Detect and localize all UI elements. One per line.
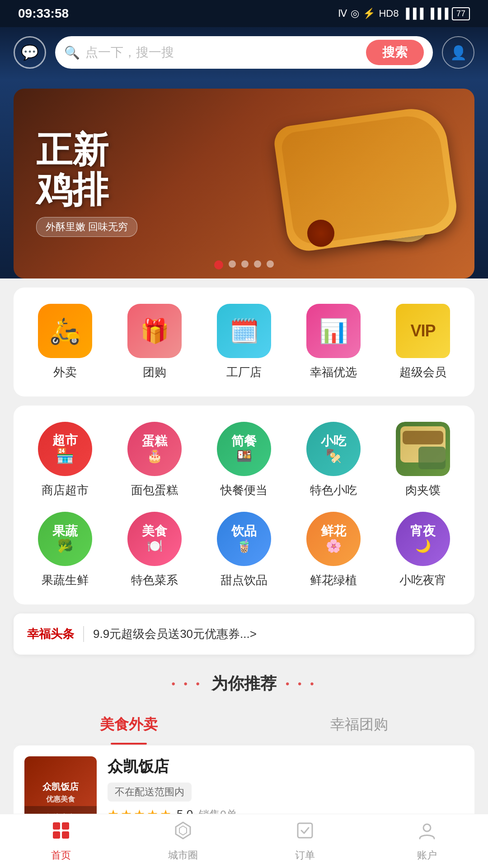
nav-home[interactable]: 首页 xyxy=(0,821,122,862)
chat-icon[interactable]: 💬 xyxy=(14,36,46,69)
food-cat-fast-icon: 简餐 🍱 xyxy=(217,422,271,476)
cat-tuangou[interactable]: 🎁 团购 xyxy=(112,304,197,380)
cat-gongchang-label: 工厂店 xyxy=(226,364,262,380)
svg-rect-1 xyxy=(62,822,69,830)
tab-food[interactable]: 美食外卖 xyxy=(14,706,244,744)
food-cat-fast[interactable]: 简餐 🍱 快餐便当 xyxy=(202,422,286,498)
food-cat-supermarket-label: 商店超市 xyxy=(42,482,89,498)
header: 💬 🔍 点一下，搜一搜 搜索 👤 xyxy=(0,27,488,80)
food-cat-roujiamo-label: 肉夹馍 xyxy=(405,482,441,498)
food-cat-drink-label: 甜点饮品 xyxy=(221,572,267,588)
banner-food-image xyxy=(239,89,474,278)
dot-2[interactable] xyxy=(229,260,236,268)
banner-container: 正新 鸡排 外酥里嫩 回味无穷 xyxy=(0,80,488,278)
food-cat-night-icon: 宵夜 🌙 xyxy=(396,512,450,566)
food-cat-flower-label: 鲜花绿植 xyxy=(310,572,357,588)
food-cat-roujiamo[interactable]: 肉夹馍 xyxy=(380,422,465,498)
cat-youxuan-icon: 📊 xyxy=(306,304,361,358)
search-bar[interactable]: 🔍 点一下，搜一搜 搜索 xyxy=(55,36,433,69)
cat-waimai-icon: 🛵 xyxy=(38,304,92,358)
food-cat-snack-label: 特色小吃 xyxy=(310,482,357,498)
food-cat-drink[interactable]: 饮品 🧋 甜点饮品 xyxy=(202,512,286,588)
cat-gongchang[interactable]: 🗓️ 工厂店 xyxy=(202,304,286,380)
status-icons: Ⅳ ◎ ⚡ HD8 ▐▐▐ ▐▐▐ 77 xyxy=(338,7,470,20)
dot-1[interactable] xyxy=(214,260,223,269)
food-cat-drink-icon: 饮品 🧋 xyxy=(217,512,271,566)
user-avatar[interactable]: 👤 xyxy=(442,36,474,69)
food-cat-cake[interactable]: 蛋糕 🎂 面包蛋糕 xyxy=(112,422,197,498)
cat-vip-icon: VIP xyxy=(396,304,450,358)
recommendation-header: • • • 为你推荐 • • • xyxy=(0,664,488,695)
nav-account-label: 账户 xyxy=(417,849,437,862)
food-cat-snack[interactable]: 小吃 🍢 特色小吃 xyxy=(291,422,376,498)
svg-point-5 xyxy=(423,824,431,831)
rec-title: 为你推荐 xyxy=(211,673,277,695)
food-cat-veg[interactable]: 果蔬 🥦 果蔬生鲜 xyxy=(23,512,108,588)
status-time: 09:33:58 xyxy=(18,6,69,21)
status-bar: 09:33:58 Ⅳ ◎ ⚡ HD8 ▐▐▐ ▐▐▐ 77 xyxy=(0,0,488,27)
banner-title-line2: 鸡排 xyxy=(36,170,137,210)
cat-waimai[interactable]: 🛵 外卖 xyxy=(23,304,108,380)
nav-city[interactable]: 城市圈 xyxy=(122,821,244,862)
news-banner[interactable]: 幸福头条 9.9元超级会员送30元优惠券...> xyxy=(14,613,474,655)
dot-4[interactable] xyxy=(254,260,261,268)
nav-orders-label: 订单 xyxy=(295,849,315,862)
nav-orders[interactable]: 订单 xyxy=(244,821,366,862)
cat-tuangou-label: 团购 xyxy=(143,364,166,380)
svg-rect-3 xyxy=(62,831,69,839)
news-text: 9.9元超级会员送30元优惠券...> xyxy=(93,626,461,642)
food-categories: 超市 🏪 商店超市 蛋糕 🎂 面包蛋糕 xyxy=(14,406,474,604)
food-cat-cuisine[interactable]: 美食 🍽️ 特色菜系 xyxy=(112,512,197,588)
food-cat-snack-icon: 小吃 🍢 xyxy=(306,422,361,476)
food-cat-supermarket[interactable]: 超市 🏪 商店超市 xyxy=(23,422,108,498)
food-cat-night-label: 小吃夜宵 xyxy=(399,572,446,588)
city-icon xyxy=(173,821,193,845)
restaurant-name: 众凯饭店 xyxy=(108,756,464,777)
tab-group[interactable]: 幸福团购 xyxy=(244,706,474,744)
nav-home-label: 首页 xyxy=(51,849,71,862)
food-cat-roujiamo-icon xyxy=(396,422,450,476)
banner-text: 正新 鸡排 外酥里嫩 回味无穷 xyxy=(14,112,160,255)
dot-3[interactable] xyxy=(241,260,249,268)
nav-account[interactable]: 账户 xyxy=(366,821,488,862)
search-button[interactable]: 搜索 xyxy=(366,40,424,65)
svg-rect-2 xyxy=(53,831,60,839)
rec-dots-right: • • • xyxy=(286,678,317,690)
banner-title-line1: 正新 xyxy=(36,130,137,170)
food-cat-flower[interactable]: 鲜花 🌸 鲜花绿植 xyxy=(291,512,376,588)
account-icon xyxy=(417,821,437,845)
rec-tabs: 美食外卖 幸福团购 xyxy=(14,706,474,745)
svg-rect-0 xyxy=(53,822,60,830)
svg-rect-4 xyxy=(298,823,312,838)
bottom-nav: 首页 城市圈 订单 账户 xyxy=(0,814,488,868)
banner-dots xyxy=(214,260,274,269)
orders-icon xyxy=(295,821,315,845)
food-cat-flower-icon: 鲜花 🌸 xyxy=(306,512,361,566)
dot-5[interactable] xyxy=(267,260,274,268)
food-cat-supermarket-icon: 超市 🏪 xyxy=(38,422,92,476)
food-cat-cuisine-icon: 美食 🍽️ xyxy=(127,512,182,566)
food-cat-veg-icon: 果蔬 🥦 xyxy=(38,512,92,566)
banner[interactable]: 正新 鸡排 外酥里嫩 回味无穷 xyxy=(14,89,474,278)
nav-city-label: 城市圈 xyxy=(168,849,198,862)
cat-tuangou-icon: 🎁 xyxy=(127,304,182,358)
cat-waimai-label: 外卖 xyxy=(53,364,77,380)
rec-dots-left: • • • xyxy=(171,678,202,690)
search-placeholder[interactable]: 点一下，搜一搜 xyxy=(85,44,361,61)
food-cat-cake-label: 面包蛋糕 xyxy=(131,482,178,498)
home-icon xyxy=(51,821,71,845)
search-icon: 🔍 xyxy=(64,45,80,60)
cat-vip[interactable]: VIP 超级会员 xyxy=(380,304,465,380)
food-cat-night[interactable]: 宵夜 🌙 小吃夜宵 xyxy=(380,512,465,588)
food-cat-cake-icon: 蛋糕 🎂 xyxy=(127,422,182,476)
cat-vip-label: 超级会员 xyxy=(399,364,446,380)
food-cat-veg-label: 果蔬生鲜 xyxy=(42,572,89,588)
main-categories: 🛵 外卖 🎁 团购 🗓️ 工厂店 📊 xyxy=(14,288,474,396)
food-cat-cuisine-label: 特色菜系 xyxy=(131,572,178,588)
banner-subtitle: 外酥里嫩 回味无穷 xyxy=(36,217,137,237)
news-tag: 幸福头条 xyxy=(27,626,84,642)
food-cat-fast-label: 快餐便当 xyxy=(221,482,267,498)
cat-youxuan[interactable]: 📊 幸福优选 xyxy=(291,304,376,380)
cat-youxuan-label: 幸福优选 xyxy=(310,364,357,380)
delivery-status: 不在配送范围内 xyxy=(108,783,192,802)
